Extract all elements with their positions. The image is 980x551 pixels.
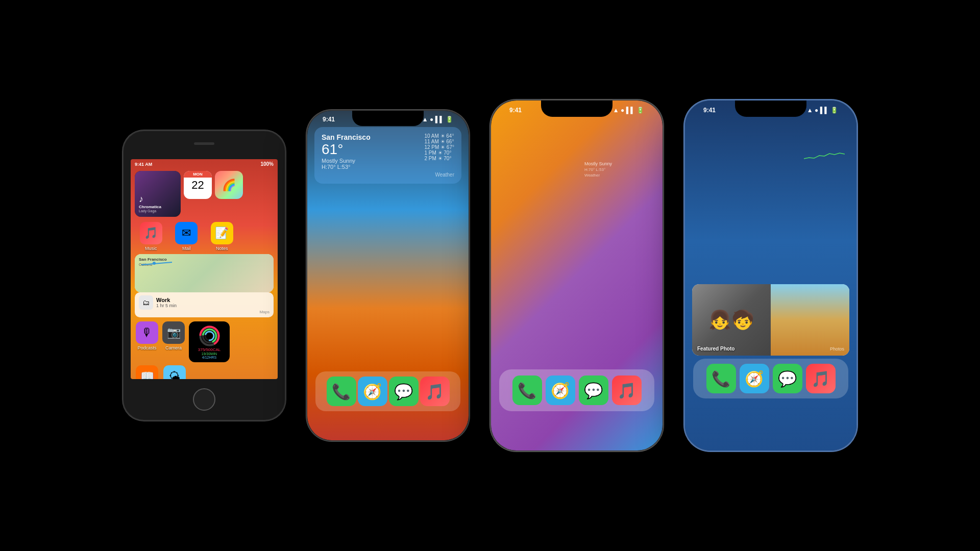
pro-status-icons: ▲ ● ▌▌ 🔋 — [422, 116, 453, 123]
se-notes-icon: 📝 — [211, 222, 233, 244]
se-map-svg — [136, 257, 177, 272]
se-podcasts-icon: 🎙 — [136, 321, 158, 344]
phone12-dock-music[interactable]: 🎵 — [612, 375, 642, 405]
phone4-photo-bw: 👧🧒 — [692, 284, 771, 356]
se-app-podcasts[interactable]: 🎙 Podcasts — [136, 321, 158, 362]
se-notes-label: Notes — [216, 246, 228, 251]
pro-screen: 9:41 ▲ ● ▌▌ 🔋 San Francisco 61° Mostly S… — [307, 111, 469, 440]
pro-notch — [352, 111, 424, 126]
se-calendar-widget[interactable]: MON 22 — [184, 171, 212, 199]
phone4-dock-messages[interactable]: 💬 — [773, 364, 802, 393]
phone12-screen: 9:41 ▲ ● ▌▌ 🔋 MONDAY 22 Kickoff meeting.… — [491, 101, 663, 450]
phones-container: 9:41 AM 100% ♪ Chromatica Lady Gaga MON … — [112, 89, 868, 462]
se-work-sub: 1 hr 5 min — [156, 303, 177, 308]
se-speaker — [194, 142, 214, 145]
phone4-time: 9:41 — [703, 107, 716, 114]
pro-weather-widget[interactable]: San Francisco 61° Mostly Sunny H:70° L:5… — [314, 127, 461, 184]
pro-weather-label: Weather — [322, 172, 454, 178]
pro-weather-temp: 61° — [322, 141, 371, 158]
se-photos-widget[interactable]: 🌈 — [215, 171, 243, 199]
phone4-featured-label-container: Featured Photo — [697, 346, 734, 352]
phone4-stocks-chart — [804, 151, 845, 161]
se-screen: 9:41 AM 100% ♪ Chromatica Lady Gaga MON … — [131, 159, 278, 379]
se-cal-header: MON — [184, 171, 212, 178]
phone12-dock: 📞 🧭 💬 🎵 — [499, 369, 654, 411]
se-activity-rings — [198, 324, 221, 347]
se-battery: 100% — [260, 161, 274, 167]
phone4-dock-music[interactable]: 🎵 — [806, 364, 836, 393]
se-mail-label: Mail — [182, 246, 191, 251]
se-status-bar: 9:41 AM 100% — [131, 159, 278, 169]
se-app-camera[interactable]: 📷 Camera — [162, 321, 185, 362]
pro-dock-messages[interactable]: 💬 — [389, 377, 419, 406]
se-music-widget[interactable]: ♪ Chromatica Lady Gaga — [135, 171, 181, 217]
se-app-books[interactable]: 📖 Books — [136, 365, 158, 379]
se-stand-label: 4/12HRS — [202, 356, 216, 359]
phone4-status-icons: ▲ ● ▌▌ 🔋 — [807, 107, 838, 114]
se-photos-icon: 🌈 — [222, 179, 236, 192]
pro-forecast: 10 AM ☀ 64° 11 AM ☀ 66° 12 PM ☀ 67° 1 PM… — [424, 133, 454, 161]
se-maps-widget[interactable]: San Francisco Oakland — [135, 254, 274, 292]
phone12-notch — [541, 101, 612, 117]
phone12-weather-label: Weather — [584, 173, 649, 178]
phone4-screen: 9:41 ▲ ● ▌▌ 🔋 📹 MON 22 AAPL Apple Inc. +… — [685, 101, 856, 450]
se-signal: 9:41 AM — [135, 162, 152, 167]
se-home-button[interactable] — [193, 388, 215, 411]
se-move-label: 19/30MIN — [202, 352, 217, 356]
se-app-row3: 📖 Books 🌤 Weather — [131, 364, 278, 379]
se-app-weather[interactable]: 🌤 Weather — [163, 365, 186, 379]
se-cal-label: 375/500CAL — [198, 347, 220, 352]
phone-4: 9:41 ▲ ● ▌▌ 🔋 📹 MON 22 AAPL Apple Inc. +… — [684, 99, 857, 452]
se-music-note: ♪ — [139, 194, 143, 205]
phone-se: 9:41 AM 100% ♪ Chromatica Lady Gaga MON … — [122, 130, 286, 421]
pro-weather-city: San Francisco — [322, 133, 371, 141]
se-camera-icon: 📷 — [162, 321, 185, 344]
se-music-icon: 🎵 — [140, 222, 162, 244]
phone4-dock-phone[interactable]: 📞 — [706, 364, 736, 393]
se-cal-day: 22 — [191, 180, 204, 191]
se-mail-icon: ✉ — [175, 222, 198, 244]
phone4-notch — [735, 101, 806, 117]
se-app-grid-1: 🎵 Music ✉ Mail 📝 Notes — [131, 219, 278, 254]
se-camera-label: Camera — [165, 345, 182, 350]
svg-line-0 — [141, 262, 172, 265]
se-app-mail[interactable]: ✉ Mail — [172, 222, 202, 251]
pro-weather-desc: Mostly Sunny — [322, 158, 371, 164]
pro-dock: 📞 🧭 💬 🎵 — [315, 371, 460, 411]
phone12-status-icons: ▲ ● ▌▌ 🔋 — [613, 107, 644, 114]
phone4-dock-safari[interactable]: 🧭 — [740, 364, 769, 393]
se-work-icon: 🗂 — [139, 295, 153, 310]
se-work-title: Work — [156, 297, 177, 303]
phone4-dock: 📞 🧭 💬 🎵 — [693, 359, 848, 398]
se-podcasts-label: Podcasts — [137, 345, 156, 350]
pro-weather-hl: H:70° L:53° — [322, 164, 371, 170]
svg-point-1 — [153, 262, 156, 265]
se-maps-label: Maps — [139, 310, 270, 314]
phone-12: 9:41 ▲ ● ▌▌ 🔋 MONDAY 22 Kickoff meeting.… — [490, 99, 664, 452]
phone4-photos-label-container: Photos — [830, 346, 844, 352]
se-track-name: Chromatica — [139, 205, 161, 209]
phone12-dock-messages[interactable]: 💬 — [579, 375, 608, 405]
phone4-featured-photo-label: Featured Photo — [697, 346, 734, 352]
phone12-time: 9:41 — [509, 107, 522, 114]
phone12-weather-desc: Mostly Sunny — [584, 161, 649, 166]
se-activity-widget[interactable]: 375/500CAL 19/30MIN 4/12HRS — [189, 321, 230, 362]
se-artist-name: Lady Gaga — [139, 209, 156, 213]
se-work-widget[interactable]: 🗂 Work 1 hr 5 min Maps — [135, 292, 274, 317]
phone12-dock-phone[interactable]: 📞 — [512, 375, 542, 405]
phone4-featured-photo[interactable]: 👧🧒 Featured Photo Photos — [692, 284, 849, 356]
se-app-row2: 🎙 Podcasts 📷 Camera — [131, 319, 278, 364]
pro-dock-music[interactable]: 🎵 — [420, 377, 450, 406]
pro-dock-phone[interactable]: 📞 — [327, 377, 356, 406]
pro-dock-safari[interactable]: 🧭 — [358, 377, 387, 406]
phone12-dock-safari[interactable]: 🧭 — [546, 375, 575, 405]
phone4-photo-landscape — [771, 284, 849, 356]
phone4-photos-label: Photos — [830, 346, 844, 352]
se-widgets-row: ♪ Chromatica Lady Gaga MON 22 🌈 — [131, 169, 278, 219]
se-app-notes[interactable]: 📝 Notes — [207, 222, 237, 251]
pro-time: 9:41 — [323, 116, 335, 123]
se-books-icon: 📖 — [136, 365, 158, 379]
phone-pro: 9:41 ▲ ● ▌▌ 🔋 San Francisco 61° Mostly S… — [306, 110, 470, 441]
se-app-music[interactable]: 🎵 Music — [136, 222, 166, 251]
se-music-label: Music — [145, 246, 157, 251]
